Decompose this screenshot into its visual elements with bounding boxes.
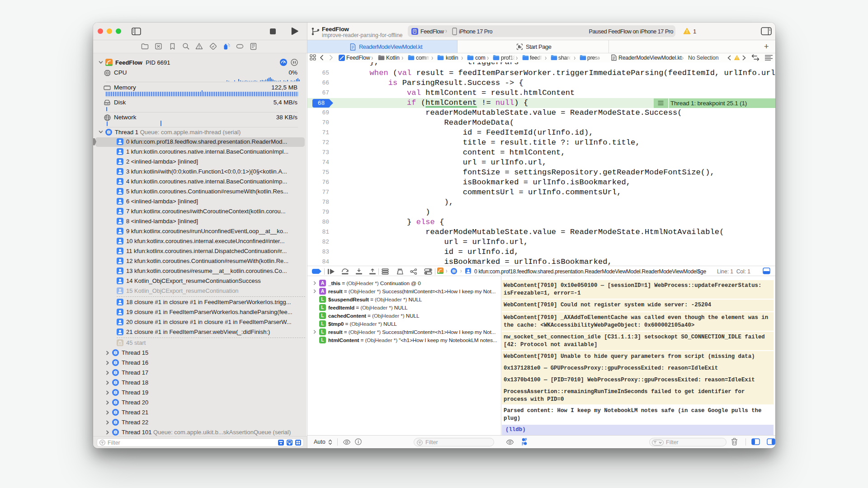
svg-text:L: L: [321, 313, 324, 318]
svg-text:L: L: [321, 329, 324, 334]
svg-text:L: L: [321, 305, 324, 310]
svg-text:L: L: [321, 337, 324, 343]
svg-text:A: A: [321, 288, 325, 294]
svg-text:L: L: [321, 296, 324, 302]
svg-text:L: L: [321, 321, 324, 326]
svg-text:A: A: [321, 280, 325, 286]
